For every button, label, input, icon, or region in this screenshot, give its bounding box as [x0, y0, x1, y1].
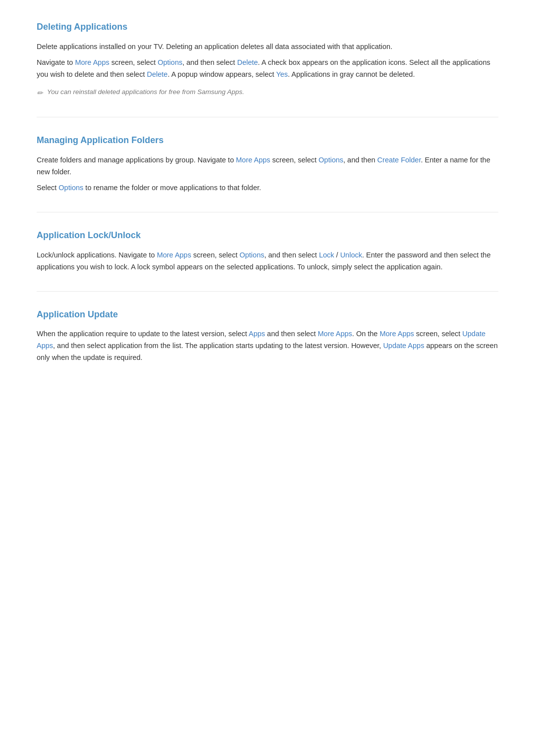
- pencil-icon: ✏: [37, 87, 43, 100]
- section-title-managing-application-folders: Managing Application Folders: [37, 133, 498, 148]
- link-options[interactable]: Options: [158, 58, 182, 66]
- section-application-lock-unlock: Application Lock/UnlockLock/unlock appli…: [37, 228, 498, 273]
- link-options[interactable]: Options: [319, 156, 343, 164]
- paragraph-para1: Delete applications installed on your TV…: [37, 41, 498, 53]
- section-title-application-update: Application Update: [37, 307, 498, 322]
- section-title-deleting-applications: Deleting Applications: [37, 20, 498, 34]
- section-body-managing-application-folders: Create folders and manage applications b…: [37, 154, 498, 194]
- paragraph-para3: Create folders and manage applications b…: [37, 154, 498, 178]
- paragraph-para5: Lock/unlock applications. Navigate to Mo…: [37, 250, 498, 273]
- link-update-apps[interactable]: Update Apps: [383, 342, 424, 350]
- paragraph-para4: Select Options to rename the folder or m…: [37, 182, 498, 194]
- note-deleting-applications: ✏You can reinstall deleted applications …: [37, 87, 498, 100]
- link-options[interactable]: Options: [58, 184, 83, 192]
- link-more-apps[interactable]: More Apps: [157, 251, 191, 259]
- paragraph-para6: When the application require to update t…: [37, 328, 498, 364]
- link-more-apps[interactable]: More Apps: [318, 330, 352, 338]
- link-more-apps[interactable]: More Apps: [379, 330, 414, 338]
- section-deleting-applications: Deleting ApplicationsDelete applications…: [37, 20, 498, 99]
- page-content: Deleting ApplicationsDelete applications…: [37, 20, 498, 364]
- section-body-deleting-applications: Delete applications installed on your TV…: [37, 41, 498, 100]
- section-title-application-lock-unlock: Application Lock/Unlock: [37, 228, 498, 243]
- note-text: You can reinstall deleted applications f…: [47, 87, 244, 98]
- section-body-application-lock-unlock: Lock/unlock applications. Navigate to Mo…: [37, 250, 498, 273]
- link-unlock[interactable]: Unlock: [340, 251, 362, 259]
- link-yes[interactable]: Yes: [276, 70, 288, 78]
- section-divider: [37, 212, 498, 212]
- link-delete[interactable]: Delete: [237, 58, 258, 66]
- section-divider: [37, 117, 498, 117]
- link-delete[interactable]: Delete: [147, 70, 167, 78]
- link-create-folder[interactable]: Create Folder: [377, 156, 421, 164]
- section-body-application-update: When the application require to update t…: [37, 328, 498, 364]
- link-more-apps[interactable]: More Apps: [236, 156, 270, 164]
- section-managing-application-folders: Managing Application FoldersCreate folde…: [37, 133, 498, 194]
- link-options[interactable]: Options: [239, 251, 264, 259]
- section-divider: [37, 291, 498, 292]
- link-more-apps[interactable]: More Apps: [75, 58, 109, 66]
- link-apps[interactable]: Apps: [249, 330, 265, 338]
- paragraph-para2: Navigate to More Apps screen, select Opt…: [37, 57, 498, 81]
- link-lock[interactable]: Lock: [319, 251, 334, 259]
- section-application-update: Application UpdateWhen the application r…: [37, 307, 498, 364]
